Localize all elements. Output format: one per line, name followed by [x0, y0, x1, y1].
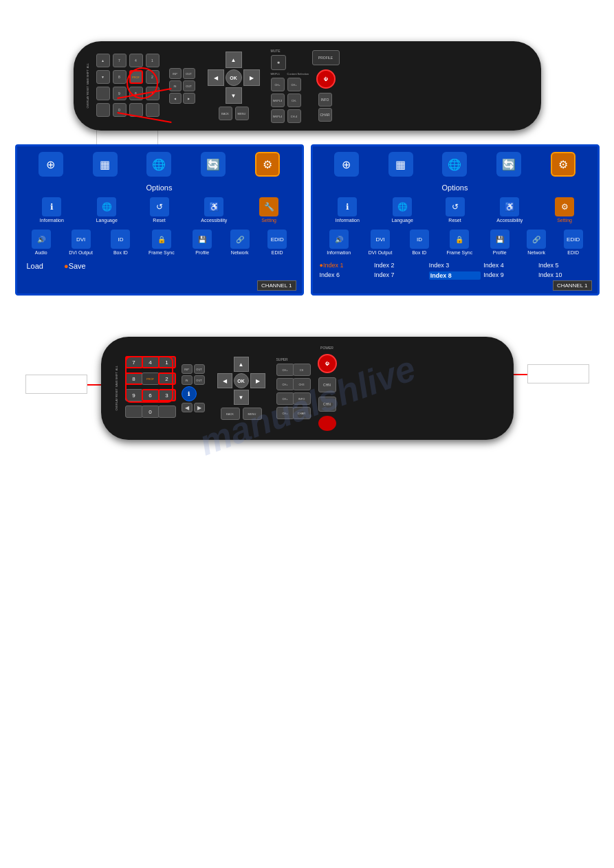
b-menu-btn[interactable]: MENU [243, 408, 262, 420]
b-content-sel[interactable]: CS [293, 364, 311, 376]
right-nav-label-profile: Profile [493, 250, 507, 255]
b-chn2-btn[interactable]: CHN [318, 397, 336, 412]
char-btn[interactable]: CHAR [318, 108, 332, 122]
r-btn[interactable]: WKPL4 [271, 109, 285, 123]
menu-btn[interactable]: MENU [235, 107, 249, 120]
r-btn[interactable] [96, 103, 110, 117]
r-btn[interactable]: OUT [183, 68, 195, 79]
r-btn[interactable]: ▶ [183, 93, 195, 104]
r-btn[interactable] [146, 103, 160, 117]
b-btn-9[interactable]: 9 [125, 389, 143, 401]
framesync-icon: 🔒 [152, 230, 171, 249]
r-btn[interactable]: CH- [287, 93, 301, 107]
profile-btn[interactable]: PROFILE [312, 50, 340, 65]
b-inp-btn[interactable]: INP [182, 364, 193, 374]
b-chn1-btn[interactable]: CHN [318, 377, 336, 392]
b-btn-4[interactable]: 4 [142, 356, 160, 368]
nav-accessibility: ♿ Accessibility [201, 197, 227, 223]
screen-icon-1: ⊕ [39, 152, 63, 177]
r-btn[interactable]: 0 [113, 103, 127, 117]
b-info-circle[interactable]: ℹ [182, 386, 197, 401]
b-info-2[interactable]: INFO [293, 392, 311, 405]
b-nav-left[interactable]: ◀ [217, 373, 232, 388]
r-btn[interactable]: ▼ [96, 70, 110, 84]
b-back-btn[interactable]: BACK [221, 408, 240, 420]
b-btn-7[interactable]: 7 [125, 356, 143, 368]
r-btn[interactable] [96, 87, 110, 100]
r-btn[interactable]: ▲ [96, 54, 110, 67]
channel-label-left: CHANNEL 1 [257, 280, 296, 291]
r-btn[interactable]: CH+ [287, 78, 301, 91]
r-btn[interactable]: 1 [146, 54, 160, 67]
b-ch-up-4[interactable]: CH+ [276, 407, 294, 419]
r-btn[interactable]: IN [169, 80, 182, 91]
b-power-btn[interactable]: ⏻ [318, 354, 337, 373]
b-out-btn[interactable]: OUT [194, 364, 205, 374]
b-nav-down[interactable]: ▼ [234, 390, 249, 405]
b-ch-3[interactable]: CH3 [293, 378, 311, 390]
nav-down-btn[interactable]: ▼ [226, 87, 242, 104]
right-nav-dvi: DVI DVI Output [369, 230, 393, 255]
b-btn-0[interactable]: 0 [142, 405, 160, 418]
b-btn-8[interactable]: 8 [125, 372, 143, 385]
screen-right: ⊕ ▦ 🌐 🔄 ⚙ Options ℹ Information 🌐 Langua… [311, 144, 600, 296]
r-btn[interactable]: CH-4 [287, 109, 301, 123]
b-btn-clear[interactable] [125, 405, 143, 418]
right-network-icon: 🔗 [527, 230, 546, 249]
reset-icon: ↺ [150, 197, 169, 216]
right-nav-framesync: 🔒 Frame Sync [446, 230, 472, 255]
b-ch-up-3[interactable]: CH+ [276, 392, 294, 405]
bottom-remote: ALL SHIFT SAVE RESET OVERLAY 7 4 1 8 PRO… [101, 337, 514, 440]
r-btn-profile[interactable]: PROF [129, 70, 143, 84]
right-audio-icon: 🔊 [329, 230, 349, 249]
right-setting-icon: ⚙ [555, 197, 574, 216]
right-profile-icon: 💾 [490, 230, 509, 249]
r-btn[interactable]: INP [169, 68, 182, 79]
b-btn-3[interactable]: 3 [158, 389, 176, 401]
info-btn-top[interactable]: INFO [318, 93, 332, 107]
screen-icon-4: 🔄 [201, 152, 226, 177]
r-btn[interactable]: 8 [113, 70, 127, 84]
b-red-circle-btn[interactable] [318, 416, 336, 431]
b-btn-2[interactable]: 2 [158, 372, 176, 385]
right-nav-label-lang: Language [392, 218, 413, 223]
b-nav-right[interactable]: ▶ [250, 373, 265, 388]
lang-icon: 🌐 [97, 197, 116, 216]
r-btn[interactable]: WKPL3 [271, 93, 285, 107]
b-next-btn[interactable]: ▶ [194, 403, 205, 412]
index-2-label: Index 2 [374, 262, 426, 269]
access-icon: ♿ [204, 197, 223, 216]
right-nav-network: 🔗 Network [527, 230, 546, 255]
b-btn-6[interactable]: 6 [142, 389, 160, 401]
bottom-numpad: 7 4 1 8 PROF 2 9 6 3 0 [125, 356, 173, 421]
b-char[interactable]: CHAR [293, 407, 311, 419]
r-btn[interactable]: 2 [146, 70, 160, 84]
b-btn-1[interactable]: 1 [158, 356, 176, 368]
screen-right-topbar: ⊕ ▦ 🌐 🔄 ⚙ [313, 146, 597, 182]
r-btn[interactable]: 4 [129, 54, 143, 67]
b-nav-ok[interactable]: OK [234, 373, 249, 388]
r-btn[interactable]: OUT [183, 80, 195, 91]
nav-right-btn[interactable]: ▶ [243, 69, 260, 86]
back-btn[interactable]: BACK [219, 107, 232, 120]
b-prev-btn[interactable]: ◀ [182, 403, 193, 412]
mute-btn[interactable]: ✱ [271, 55, 286, 70]
right-nav-boxid: ID Box ID [410, 230, 429, 255]
b-nav-up[interactable]: ▲ [234, 357, 249, 372]
b-btn-enter[interactable] [158, 405, 176, 418]
profile-icon: 💾 [193, 230, 212, 249]
right-nav-edid: EDID EDID [564, 230, 583, 255]
nav-up-btn[interactable]: ▲ [226, 52, 242, 68]
nav-ok-btn[interactable]: OK [226, 69, 242, 86]
r-btn[interactable]: ◀ [169, 93, 182, 104]
power-btn[interactable]: ⏻ [316, 69, 336, 89]
b-ch-up-2[interactable]: CH+ [276, 378, 294, 390]
r-btn[interactable]: CH+ [271, 78, 285, 91]
b-ch-up-1[interactable]: CH+ [276, 364, 294, 376]
nav-left-btn[interactable]: ◀ [208, 69, 224, 86]
r-btn[interactable]: 7 [113, 54, 127, 67]
b-btn-prof[interactable]: PROF [142, 372, 160, 385]
b-out2-btn[interactable]: OUT [194, 375, 205, 385]
screen-icon-2: ▦ [93, 152, 118, 177]
b-in-btn[interactable]: IN [182, 375, 193, 385]
